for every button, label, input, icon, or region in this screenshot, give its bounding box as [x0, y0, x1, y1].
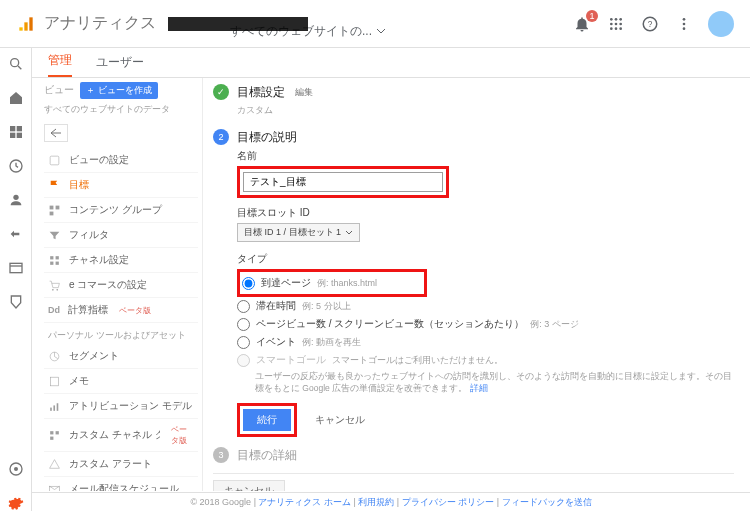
footer-feedback-link[interactable]: フィードバックを送信: [502, 497, 592, 507]
svg-point-11: [683, 18, 686, 21]
svg-rect-19: [16, 133, 21, 138]
type-radio-event[interactable]: イベント例: 動画を再生: [237, 333, 734, 351]
svg-point-1: [615, 18, 618, 21]
avatar[interactable]: [708, 11, 734, 37]
dashboard-icon[interactable]: [8, 124, 24, 140]
svg-rect-22: [10, 263, 22, 272]
help-icon[interactable]: ?: [640, 14, 660, 34]
svg-point-2: [619, 18, 622, 21]
type-highlight: 到達ページ例: thanks.html: [237, 269, 427, 297]
apps-icon[interactable]: [606, 14, 626, 34]
step3-title: 目標の詳細: [237, 447, 297, 464]
svg-rect-39: [53, 405, 55, 410]
view-subtitle: すべてのウェブサイトのデータ: [44, 103, 198, 116]
type-radio-pv[interactable]: ページビュー数 / スクリーンビュー数（セッションあたり）例: 3 ページ: [237, 315, 734, 333]
sidebar-item-segment[interactable]: セグメント: [44, 344, 198, 369]
audience-icon[interactable]: [8, 192, 24, 208]
sidebar-item-ecommerce[interactable]: e コマースの設定: [44, 273, 198, 298]
svg-point-4: [615, 22, 618, 25]
svg-point-14: [10, 59, 18, 67]
tab-admin[interactable]: 管理: [48, 52, 72, 77]
acquisition-icon[interactable]: [8, 226, 24, 242]
type-radio-dest[interactable]: 到達ページ例: thanks.html: [242, 274, 422, 292]
sidebar-item-mail[interactable]: メール配信スケジュール: [44, 477, 198, 491]
sidebar-item-custom-channel[interactable]: カスタム チャネル グループ ベータ版: [44, 419, 198, 452]
svg-rect-16: [10, 126, 15, 131]
clock-icon[interactable]: [8, 158, 24, 174]
outer-cancel-button[interactable]: キャンセル: [213, 480, 285, 491]
smart-note: ユーザーの反応が最も良かったウェブサイトへの訪問を識別し、そのような訪問を自動的…: [237, 371, 734, 395]
step1-title: 目標設定: [237, 84, 285, 101]
sidebar-item-dd[interactable]: Dd計算指標ベータ版: [44, 298, 198, 323]
type-radio-dwell[interactable]: 滞在時間例: 5 分以上: [237, 297, 734, 315]
inner-cancel-button[interactable]: キャンセル: [307, 403, 373, 437]
conversion-icon[interactable]: [8, 294, 24, 310]
sidebar-item-view-settings[interactable]: ビューの設定: [44, 148, 198, 173]
step1-check-icon: ✓: [213, 84, 229, 100]
svg-point-7: [615, 27, 618, 30]
name-input[interactable]: [243, 172, 443, 192]
svg-point-3: [610, 22, 613, 25]
bell-icon[interactable]: 1: [572, 14, 592, 34]
step1-subtitle: カスタム: [237, 104, 734, 117]
step2-number-icon: 2: [213, 129, 229, 145]
step1-edit-link[interactable]: 編集: [295, 86, 313, 99]
sidebar-item-channel[interactable]: チャネル設定: [44, 248, 198, 273]
sidebar-item-custom-alert[interactable]: カスタム アラート: [44, 452, 198, 477]
bell-badge: 1: [586, 10, 598, 22]
sidebar-item-content-group[interactable]: コンテンツ グループ: [44, 198, 198, 223]
slot-select[interactable]: 目標 ID 1 / 目標セット 1: [237, 223, 360, 242]
svg-rect-27: [50, 205, 54, 209]
back-button[interactable]: [44, 124, 68, 142]
sidebar-item-attribution[interactable]: アトリビューション モデル: [44, 394, 198, 419]
admin-gear-icon[interactable]: [8, 495, 24, 511]
continue-button[interactable]: 続行: [243, 409, 291, 431]
footer-home-link[interactable]: アナリティクス ホーム: [258, 497, 351, 507]
svg-point-35: [56, 289, 58, 291]
svg-rect-33: [56, 261, 59, 264]
sidebar-item-filter[interactable]: フィルタ: [44, 223, 198, 248]
svg-point-5: [619, 22, 622, 25]
svg-rect-40: [57, 403, 59, 411]
footer-tos-link[interactable]: 利用規約: [358, 497, 394, 507]
sidebar-section-personal: パーソナル ツールおよびアセット: [44, 329, 198, 342]
svg-rect-41: [50, 431, 53, 434]
svg-point-8: [619, 27, 622, 30]
step2-title: 目標の説明: [237, 129, 297, 146]
behavior-icon[interactable]: [8, 260, 24, 276]
type-radio-smart: スマートゴールスマートゴールはご利用いただけません。: [237, 351, 734, 369]
type-label: タイプ: [237, 252, 734, 266]
tabs: 管理 ユーザー: [32, 48, 750, 78]
continue-highlight: 続行: [237, 403, 297, 437]
svg-point-34: [52, 289, 54, 291]
discover-icon[interactable]: [8, 461, 24, 477]
create-view-button[interactable]: ＋ ビューを作成: [80, 82, 158, 99]
svg-point-21: [13, 195, 18, 200]
svg-rect-43: [50, 436, 53, 439]
smart-more-link[interactable]: 詳細: [470, 383, 488, 393]
svg-point-13: [683, 27, 686, 30]
footer: © 2018 Google | アナリティクス ホーム | 利用規約 | プライ…: [32, 492, 750, 510]
sidebar-item-goal[interactable]: 目標: [44, 173, 198, 198]
svg-rect-37: [51, 377, 59, 386]
footer-privacy-link[interactable]: プライバシー ポリシー: [402, 497, 495, 507]
app-title: アナリティクス: [44, 13, 156, 34]
svg-rect-17: [16, 126, 21, 131]
tab-user[interactable]: ユーザー: [96, 54, 144, 77]
name-label: 名前: [237, 149, 734, 163]
property-switcher[interactable]: すべてのウェブサイトの...: [168, 7, 386, 40]
sidebar-item-memo[interactable]: メモ: [44, 369, 198, 394]
svg-rect-32: [50, 261, 53, 264]
slot-label: 目標スロット ID: [237, 206, 734, 220]
top-icons: 1 ?: [572, 11, 742, 37]
svg-point-0: [610, 18, 613, 21]
search-icon[interactable]: [8, 56, 24, 72]
svg-rect-31: [56, 256, 59, 259]
home-icon[interactable]: [8, 90, 24, 106]
more-icon[interactable]: [674, 14, 694, 34]
ga-logo-icon: [16, 14, 36, 34]
svg-rect-38: [50, 407, 52, 410]
nav-rail: [0, 48, 32, 511]
name-highlight: [237, 166, 449, 198]
svg-rect-42: [56, 431, 59, 434]
